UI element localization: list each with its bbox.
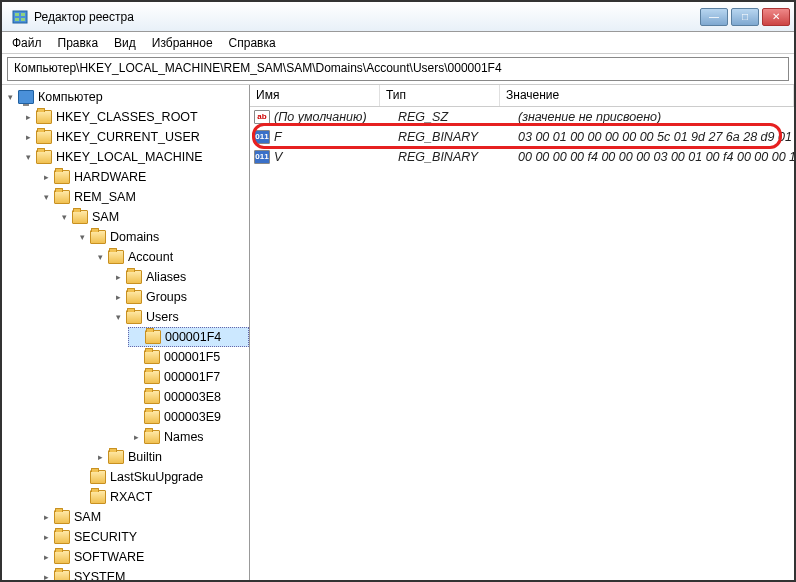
tree-hkcu[interactable]: ▸HKEY_CURRENT_USER — [20, 127, 249, 147]
folder-icon — [126, 270, 142, 284]
svg-rect-1 — [15, 13, 19, 16]
tree-users[interactable]: ▾Users — [110, 307, 249, 327]
pc-icon — [18, 90, 34, 104]
col-name[interactable]: Имя — [250, 85, 380, 106]
chevron-right-icon[interactable]: ▸ — [22, 131, 34, 143]
col-value[interactable]: Значение — [500, 85, 794, 106]
folder-icon — [90, 230, 106, 244]
folder-icon — [72, 210, 88, 224]
folder-icon — [144, 410, 160, 424]
tree-lastsku[interactable]: ▸LastSkuUpgrade — [74, 467, 249, 487]
list-header: Имя Тип Значение — [250, 85, 794, 107]
folder-icon — [54, 550, 70, 564]
chevron-right-icon[interactable]: ▸ — [112, 291, 124, 303]
tree-rem-sam[interactable]: ▾REM_SAM — [38, 187, 249, 207]
svg-rect-0 — [13, 11, 27, 23]
svg-rect-4 — [21, 18, 25, 21]
chevron-right-icon[interactable]: ▸ — [40, 571, 52, 580]
tree-hklm[interactable]: ▾HKEY_LOCAL_MACHINE — [20, 147, 249, 167]
folder-icon — [144, 430, 160, 444]
folder-icon — [54, 170, 70, 184]
folder-icon — [36, 130, 52, 144]
tree-sam[interactable]: ▾SAM — [56, 207, 249, 227]
tree-hkcr[interactable]: ▸HKEY_CLASSES_ROOT — [20, 107, 249, 127]
folder-icon — [54, 510, 70, 524]
chevron-right-icon[interactable]: ▸ — [40, 551, 52, 563]
folder-icon — [108, 250, 124, 264]
list-body[interactable]: ab (По умолчанию) REG_SZ (значение не пр… — [250, 107, 794, 580]
tree-user-000001F4[interactable]: ▸000001F4 — [128, 327, 249, 347]
folder-icon — [144, 370, 160, 384]
menu-favorites[interactable]: Избранное — [144, 33, 221, 53]
tree-security[interactable]: ▸SECURITY — [38, 527, 249, 547]
folder-icon — [144, 390, 160, 404]
folder-icon — [36, 150, 52, 164]
chevron-right-icon[interactable]: ▸ — [40, 511, 52, 523]
chevron-right-icon[interactable]: ▸ — [130, 431, 142, 443]
svg-rect-3 — [15, 18, 19, 21]
string-value-icon: ab — [254, 110, 270, 124]
folder-icon — [108, 450, 124, 464]
folder-icon — [54, 190, 70, 204]
folder-icon — [144, 350, 160, 364]
folder-icon — [54, 570, 70, 580]
col-type[interactable]: Тип — [380, 85, 500, 106]
regedit-icon — [12, 9, 28, 25]
chevron-right-icon[interactable]: ▸ — [22, 111, 34, 123]
window-title: Редактор реестра — [34, 10, 700, 24]
tree-rxact[interactable]: ▸RXACT — [74, 487, 249, 507]
value-row-f[interactable]: 011 F REG_BINARY 03 00 01 00 00 00 00 00… — [250, 127, 794, 147]
tree-hardware[interactable]: ▸HARDWARE — [38, 167, 249, 187]
chevron-down-icon[interactable]: ▾ — [4, 91, 16, 103]
binary-value-icon: 011 — [254, 150, 270, 164]
menu-view[interactable]: Вид — [106, 33, 144, 53]
binary-value-icon: 011 — [254, 130, 270, 144]
tree-domains[interactable]: ▾Domains — [74, 227, 249, 247]
tree-sam2[interactable]: ▸SAM — [38, 507, 249, 527]
svg-rect-2 — [21, 13, 25, 16]
tree-builtin[interactable]: ▸Builtin — [92, 447, 249, 467]
menu-help[interactable]: Справка — [221, 33, 284, 53]
value-row-v[interactable]: 011 V REG_BINARY 00 00 00 00 f4 00 00 00… — [250, 147, 794, 167]
tree-software[interactable]: ▸SOFTWARE — [38, 547, 249, 567]
folder-icon — [36, 110, 52, 124]
minimize-button[interactable]: — — [700, 8, 728, 26]
value-row-default[interactable]: ab (По умолчанию) REG_SZ (значение не пр… — [250, 107, 794, 127]
chevron-right-icon[interactable]: ▸ — [94, 451, 106, 463]
menu-edit[interactable]: Правка — [50, 33, 107, 53]
tree-root[interactable]: ▾Компьютер — [2, 87, 249, 107]
folder-icon — [54, 530, 70, 544]
tree-user-000001F5[interactable]: ▸000001F5 — [128, 347, 249, 367]
tree-user-000003E8[interactable]: ▸000003E8 — [128, 387, 249, 407]
tree-names[interactable]: ▸Names — [128, 427, 249, 447]
folder-icon — [126, 290, 142, 304]
folder-icon — [90, 490, 106, 504]
chevron-down-icon[interactable]: ▾ — [40, 191, 52, 203]
menubar: Файл Правка Вид Избранное Справка — [2, 32, 794, 54]
tree-aliases[interactable]: ▸Aliases — [110, 267, 249, 287]
chevron-down-icon[interactable]: ▾ — [94, 251, 106, 263]
window-controls: — □ ✕ — [700, 8, 790, 26]
chevron-right-icon[interactable]: ▸ — [40, 531, 52, 543]
tree-pane[interactable]: ▾Компьютер ▸HKEY_CLASSES_ROOT ▸HKEY_CURR… — [2, 85, 250, 580]
tree-account[interactable]: ▾Account — [92, 247, 249, 267]
menu-file[interactable]: Файл — [4, 33, 50, 53]
chevron-right-icon[interactable]: ▸ — [112, 271, 124, 283]
maximize-button[interactable]: □ — [731, 8, 759, 26]
chevron-down-icon[interactable]: ▾ — [76, 231, 88, 243]
tree-system[interactable]: ▸SYSTEM — [38, 567, 249, 580]
list-pane: Имя Тип Значение ab (По умолчанию) REG_S… — [250, 85, 794, 580]
folder-icon — [126, 310, 142, 324]
folder-icon — [90, 470, 106, 484]
tree-user-000003E9[interactable]: ▸000003E9 — [128, 407, 249, 427]
chevron-down-icon[interactable]: ▾ — [112, 311, 124, 323]
address-bar[interactable]: Компьютер\HKEY_LOCAL_MACHINE\REM_SAM\SAM… — [7, 57, 789, 81]
chevron-right-icon[interactable]: ▸ — [40, 171, 52, 183]
tree-groups[interactable]: ▸Groups — [110, 287, 249, 307]
chevron-down-icon[interactable]: ▾ — [58, 211, 70, 223]
close-button[interactable]: ✕ — [762, 8, 790, 26]
titlebar[interactable]: Редактор реестра — □ ✕ — [2, 2, 794, 32]
chevron-down-icon[interactable]: ▾ — [22, 151, 34, 163]
tree-user-000001F7[interactable]: ▸000001F7 — [128, 367, 249, 387]
folder-icon — [145, 330, 161, 344]
